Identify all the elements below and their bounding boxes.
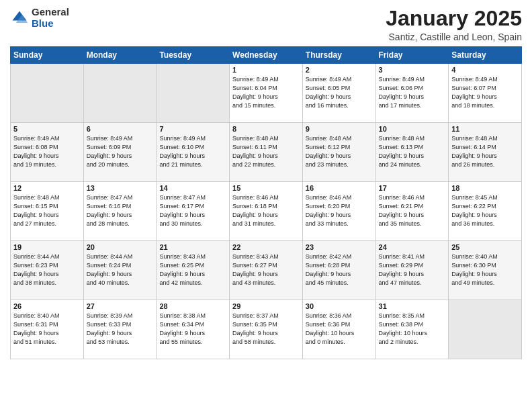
day-info: Sunrise: 8:49 AM Sunset: 6:04 PM Dayligh… <box>232 75 300 110</box>
day-info: Sunrise: 8:48 AM Sunset: 6:14 PM Dayligh… <box>451 134 519 169</box>
day-info: Sunrise: 8:48 AM Sunset: 6:11 PM Dayligh… <box>232 134 300 169</box>
day-number: 23 <box>306 243 373 251</box>
table-row: 29Sunrise: 8:37 AM Sunset: 6:35 PM Dayli… <box>230 300 303 359</box>
table-row: 2Sunrise: 8:49 AM Sunset: 6:05 PM Daylig… <box>302 64 375 123</box>
day-info: Sunrise: 8:43 AM Sunset: 6:25 PM Dayligh… <box>159 253 226 287</box>
table-row: 4Sunrise: 8:49 AM Sunset: 6:07 PM Daylig… <box>449 64 522 123</box>
day-number: 26 <box>13 302 81 310</box>
day-info: Sunrise: 8:44 AM Sunset: 6:23 PM Dayligh… <box>13 253 81 287</box>
day-number: 5 <box>13 125 81 133</box>
day-info: Sunrise: 8:38 AM Sunset: 6:34 PM Dayligh… <box>159 312 226 347</box>
header-saturday: Saturday <box>449 47 522 64</box>
day-number: 7 <box>159 125 226 133</box>
day-number: 2 <box>306 66 373 74</box>
table-row: 18Sunrise: 8:45 AM Sunset: 6:22 PM Dayli… <box>449 182 522 241</box>
table-row: 9Sunrise: 8:48 AM Sunset: 6:12 PM Daylig… <box>302 123 375 182</box>
day-number: 17 <box>379 184 446 192</box>
day-number: 12 <box>13 184 81 192</box>
day-info: Sunrise: 8:46 AM Sunset: 6:20 PM Dayligh… <box>306 193 373 228</box>
table-row: 17Sunrise: 8:46 AM Sunset: 6:21 PM Dayli… <box>375 182 449 241</box>
header-sunday: Sunday <box>11 47 84 64</box>
table-row <box>449 300 522 359</box>
table-row: 23Sunrise: 8:42 AM Sunset: 6:28 PM Dayli… <box>302 241 375 300</box>
logo-blue-text: Blue <box>32 18 69 30</box>
table-row: 31Sunrise: 8:35 AM Sunset: 6:38 PM Dayli… <box>375 300 449 359</box>
day-number: 16 <box>306 184 373 192</box>
table-row: 21Sunrise: 8:43 AM Sunset: 6:25 PM Dayli… <box>157 241 230 300</box>
table-row: 24Sunrise: 8:41 AM Sunset: 6:29 PM Dayli… <box>375 241 449 300</box>
day-number: 29 <box>232 302 300 310</box>
day-info: Sunrise: 8:49 AM Sunset: 6:09 PM Dayligh… <box>87 134 154 169</box>
day-info: Sunrise: 8:37 AM Sunset: 6:35 PM Dayligh… <box>232 312 300 347</box>
weekday-header-row: Sunday Monday Tuesday Wednesday Thursday… <box>11 47 522 64</box>
header: General Blue January 2025 Santiz, Castil… <box>10 7 522 42</box>
table-row: 14Sunrise: 8:47 AM Sunset: 6:17 PM Dayli… <box>157 182 230 241</box>
day-info: Sunrise: 8:43 AM Sunset: 6:27 PM Dayligh… <box>232 253 300 287</box>
table-row: 28Sunrise: 8:38 AM Sunset: 6:34 PM Dayli… <box>157 300 230 359</box>
day-info: Sunrise: 8:49 AM Sunset: 6:07 PM Dayligh… <box>451 75 519 110</box>
table-row: 11Sunrise: 8:48 AM Sunset: 6:14 PM Dayli… <box>449 123 522 182</box>
day-number: 1 <box>232 66 300 74</box>
page: General Blue January 2025 Santiz, Castil… <box>0 0 532 411</box>
table-row: 30Sunrise: 8:36 AM Sunset: 6:36 PM Dayli… <box>302 300 375 359</box>
day-info: Sunrise: 8:46 AM Sunset: 6:18 PM Dayligh… <box>232 193 300 228</box>
calendar-title: January 2025 <box>386 7 522 30</box>
day-number: 31 <box>379 302 446 310</box>
logo-text: General Blue <box>32 7 69 29</box>
day-info: Sunrise: 8:35 AM Sunset: 6:38 PM Dayligh… <box>379 312 446 347</box>
header-wednesday: Wednesday <box>230 47 303 64</box>
table-row: 1Sunrise: 8:49 AM Sunset: 6:04 PM Daylig… <box>230 64 303 123</box>
table-row: 25Sunrise: 8:40 AM Sunset: 6:30 PM Dayli… <box>449 241 522 300</box>
day-number: 25 <box>451 243 519 251</box>
day-number: 21 <box>159 243 226 251</box>
table-row: 16Sunrise: 8:46 AM Sunset: 6:20 PM Dayli… <box>302 182 375 241</box>
day-info: Sunrise: 8:47 AM Sunset: 6:17 PM Dayligh… <box>159 193 226 228</box>
logo-general-text: General <box>32 7 69 18</box>
calendar-week-row: 1Sunrise: 8:49 AM Sunset: 6:04 PM Daylig… <box>11 64 522 123</box>
day-info: Sunrise: 8:36 AM Sunset: 6:36 PM Dayligh… <box>306 312 373 347</box>
day-number: 3 <box>379 66 446 74</box>
calendar-location: Santiz, Castille and Leon, Spain <box>386 32 522 42</box>
day-number: 14 <box>159 184 226 192</box>
table-row: 8Sunrise: 8:48 AM Sunset: 6:11 PM Daylig… <box>230 123 303 182</box>
day-number: 9 <box>306 125 373 133</box>
day-info: Sunrise: 8:39 AM Sunset: 6:33 PM Dayligh… <box>87 312 154 347</box>
day-info: Sunrise: 8:42 AM Sunset: 6:28 PM Dayligh… <box>306 253 373 287</box>
day-number: 10 <box>379 125 446 133</box>
day-number: 13 <box>87 184 154 192</box>
day-number: 24 <box>379 243 446 251</box>
table-row: 12Sunrise: 8:48 AM Sunset: 6:15 PM Dayli… <box>11 182 84 241</box>
header-tuesday: Tuesday <box>157 47 230 64</box>
day-info: Sunrise: 8:49 AM Sunset: 6:10 PM Dayligh… <box>159 134 226 169</box>
table-row <box>11 64 84 123</box>
day-number: 6 <box>87 125 154 133</box>
table-row: 26Sunrise: 8:40 AM Sunset: 6:31 PM Dayli… <box>11 300 84 359</box>
table-row <box>157 64 230 123</box>
day-number: 28 <box>159 302 226 310</box>
table-row: 7Sunrise: 8:49 AM Sunset: 6:10 PM Daylig… <box>157 123 230 182</box>
title-block: January 2025 Santiz, Castille and Leon, … <box>386 7 522 42</box>
header-monday: Monday <box>83 47 157 64</box>
table-row: 19Sunrise: 8:44 AM Sunset: 6:23 PM Dayli… <box>11 241 84 300</box>
day-number: 22 <box>232 243 300 251</box>
day-info: Sunrise: 8:48 AM Sunset: 6:13 PM Dayligh… <box>379 134 446 169</box>
day-number: 8 <box>232 125 300 133</box>
table-row: 6Sunrise: 8:49 AM Sunset: 6:09 PM Daylig… <box>83 123 157 182</box>
day-number: 19 <box>13 243 81 251</box>
day-info: Sunrise: 8:47 AM Sunset: 6:16 PM Dayligh… <box>87 193 154 228</box>
table-row: 5Sunrise: 8:49 AM Sunset: 6:08 PM Daylig… <box>11 123 84 182</box>
day-info: Sunrise: 8:45 AM Sunset: 6:22 PM Dayligh… <box>451 193 519 228</box>
table-row: 10Sunrise: 8:48 AM Sunset: 6:13 PM Dayli… <box>375 123 449 182</box>
day-number: 4 <box>451 66 519 74</box>
calendar-week-row: 19Sunrise: 8:44 AM Sunset: 6:23 PM Dayli… <box>11 241 522 300</box>
day-info: Sunrise: 8:49 AM Sunset: 6:08 PM Dayligh… <box>13 134 81 169</box>
day-info: Sunrise: 8:40 AM Sunset: 6:31 PM Dayligh… <box>13 312 81 347</box>
day-number: 27 <box>87 302 154 310</box>
day-number: 11 <box>451 125 519 133</box>
day-info: Sunrise: 8:44 AM Sunset: 6:24 PM Dayligh… <box>87 253 154 287</box>
day-number: 20 <box>87 243 154 251</box>
table-row: 13Sunrise: 8:47 AM Sunset: 6:16 PM Dayli… <box>83 182 157 241</box>
day-number: 30 <box>306 302 373 310</box>
day-info: Sunrise: 8:49 AM Sunset: 6:05 PM Dayligh… <box>306 75 373 110</box>
header-friday: Friday <box>375 47 449 64</box>
